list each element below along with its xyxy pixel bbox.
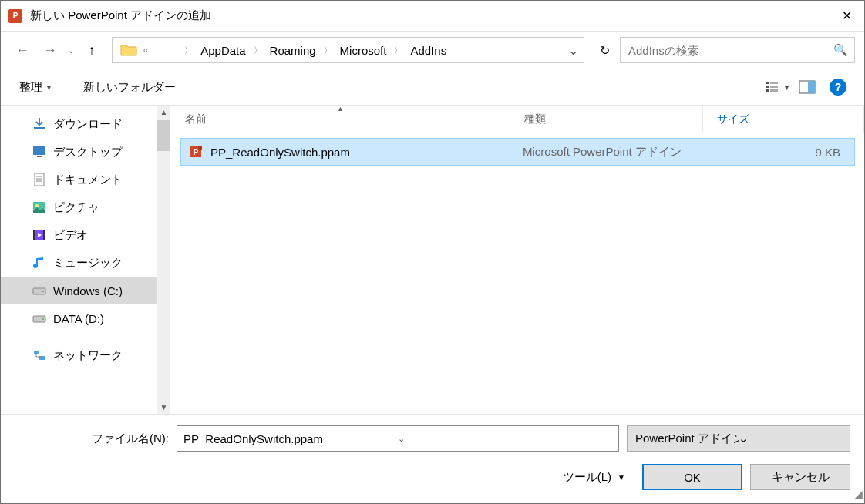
svg-point-25: [42, 318, 44, 320]
tools-dropdown[interactable]: ツール(L) ▼: [563, 470, 625, 485]
tree-item-desktop[interactable]: デスクトップ: [1, 138, 157, 166]
resize-grip[interactable]: ◢: [852, 491, 863, 502]
cancel-button[interactable]: キャンセル: [750, 464, 850, 490]
document-icon: [32, 173, 47, 186]
powerpoint-icon: P: [8, 9, 22, 23]
svg-rect-1: [766, 86, 769, 88]
refresh-button[interactable]: ↻: [592, 37, 617, 63]
tree-item-download[interactable]: ダウンロード: [1, 110, 157, 138]
svg-rect-2: [766, 89, 769, 92]
footer: ファイル名(N): PP_ReadOnlySwitch.ppam ⌄ Power…: [1, 414, 864, 490]
file-type: Microsoft PowerPoint アドイン: [523, 145, 682, 160]
scroll-down-icon[interactable]: ▼: [157, 401, 170, 414]
column-header-type[interactable]: 種類: [510, 106, 703, 133]
close-button[interactable]: ✕: [830, 1, 864, 32]
organize-button[interactable]: 整理 ▾: [15, 77, 56, 98]
svg-rect-11: [35, 173, 44, 186]
address-dropdown[interactable]: ⌄: [562, 38, 584, 62]
tree-item-label: ダウンロード: [53, 117, 123, 132]
folder-icon: [120, 43, 137, 57]
tree-item-pictures[interactable]: ピクチャ: [1, 193, 157, 221]
filename-input[interactable]: PP_ReadOnlySwitch.ppam ⌄: [177, 425, 619, 452]
videos-icon: [32, 228, 47, 242]
chevron-down-icon: ▼: [618, 473, 625, 482]
chevron-right-icon: 〉: [251, 45, 265, 56]
download-icon: [32, 117, 47, 131]
drive-icon: [32, 311, 47, 325]
address-bar[interactable]: « 〉 AppData 〉 Roaming 〉 Microsoft 〉 AddI…: [112, 37, 584, 63]
tree-item-label: DATA (D:): [53, 312, 104, 325]
tree-item-label: Windows (C:): [53, 284, 123, 297]
tree-item-drive[interactable]: Windows (C:): [1, 277, 157, 304]
new-folder-label: 新しいフォルダー: [83, 80, 176, 95]
svg-rect-3: [770, 82, 778, 84]
tree-item-label: ビデオ: [53, 228, 88, 243]
chevron-down-icon[interactable]: ⌄: [398, 434, 612, 444]
tree-item-network[interactable]: ネットワーク: [1, 341, 157, 369]
file-list[interactable]: 名前 ▴ 種類 サイズ PPP_ReadOnlySwitch.ppamMicro…: [170, 106, 864, 414]
tree-item-label: ミュージック: [53, 256, 123, 270]
forward-button: →: [38, 38, 62, 62]
svg-point-16: [35, 204, 39, 207]
search-box[interactable]: 🔍: [620, 37, 855, 63]
toolbar: 整理 ▾ 新しいフォルダー ▾ ?: [1, 69, 864, 106]
up-button[interactable]: ↑: [79, 38, 104, 62]
tree-item-drive[interactable]: DATA (D:): [1, 304, 157, 332]
svg-rect-10: [37, 156, 42, 157]
scroll-thumb[interactable]: [157, 120, 170, 151]
navigation-tree[interactable]: ダウンロードデスクトップドキュメントピクチャビデオミュージックWindows (…: [1, 106, 170, 414]
svg-rect-7: [808, 81, 815, 93]
breadcrumb-item[interactable]: AppData: [196, 38, 250, 62]
breadcrumb-item[interactable]: AddIns: [406, 38, 451, 62]
filter-label: PowerPoint アドイン (*.ppam;*.pp: [635, 432, 739, 446]
main-area: ダウンロードデスクトップドキュメントピクチャビデオミュージックWindows (…: [1, 106, 864, 414]
scroll-up-icon[interactable]: ▲: [157, 106, 170, 119]
search-input[interactable]: [627, 43, 833, 58]
window-title: 新しい PowerPoint アドインの追加: [30, 8, 830, 23]
help-icon: ?: [830, 79, 846, 96]
tree-item-label: ドキュメント: [53, 173, 123, 187]
chevron-down-icon: ▾: [785, 83, 789, 92]
file-size: 9 KB: [815, 146, 840, 159]
svg-rect-19: [43, 230, 45, 240]
pictures-icon: [32, 200, 47, 214]
filename-value: PP_ReadOnlySwitch.ppam: [183, 432, 398, 445]
help-button[interactable]: ?: [826, 75, 850, 99]
ok-button[interactable]: OK: [642, 464, 742, 490]
history-dropdown[interactable]: ⌄: [66, 38, 76, 62]
drive-icon: [32, 284, 47, 297]
search-icon[interactable]: 🔍: [833, 43, 848, 57]
tree-item-videos[interactable]: ビデオ: [1, 221, 157, 249]
svg-rect-26: [34, 351, 39, 354]
svg-rect-9: [33, 146, 45, 155]
breadcrumb-item[interactable]: Roaming: [265, 38, 321, 62]
breadcrumb-item[interactable]: Microsoft: [335, 38, 392, 62]
svg-text:P: P: [194, 148, 199, 156]
column-headers: 名前 ▴ 種類 サイズ: [171, 106, 864, 133]
title-bar: P 新しい PowerPoint アドインの追加 ✕: [1, 1, 864, 32]
chevron-down-icon: ▾: [47, 83, 51, 92]
tree-item-label: ネットワーク: [53, 348, 123, 363]
file-type-filter[interactable]: PowerPoint アドイン (*.ppam;*.pp ⌄: [627, 425, 850, 452]
svg-point-21: [33, 264, 38, 268]
column-header-name[interactable]: 名前 ▴: [171, 106, 510, 133]
svg-rect-5: [770, 89, 778, 92]
view-options-button[interactable]: ▾: [764, 75, 789, 99]
tree-item-music[interactable]: ミュージック: [1, 249, 157, 277]
column-header-size[interactable]: サイズ: [703, 106, 864, 133]
file-row[interactable]: PPP_ReadOnlySwitch.ppamMicrosoft PowerPo…: [180, 138, 855, 166]
ppam-file-icon: P: [189, 145, 203, 159]
chevron-right-icon: 〉: [391, 45, 406, 56]
chevron-right-icon: 〉: [181, 45, 196, 56]
file-name: PP_ReadOnlySwitch.ppam: [210, 146, 350, 159]
chevron-down-icon: ⌄: [739, 432, 842, 445]
desktop-icon: [32, 145, 47, 159]
tree-item-document[interactable]: ドキュメント: [1, 166, 157, 193]
new-folder-button[interactable]: 新しいフォルダー: [79, 77, 180, 98]
svg-rect-4: [770, 86, 778, 88]
back-button[interactable]: ←: [10, 38, 35, 62]
svg-point-23: [42, 291, 44, 292]
breadcrumb-blank[interactable]: [150, 38, 181, 62]
scrollbar[interactable]: ▲ ▼: [157, 106, 170, 414]
preview-pane-button[interactable]: [795, 75, 820, 99]
